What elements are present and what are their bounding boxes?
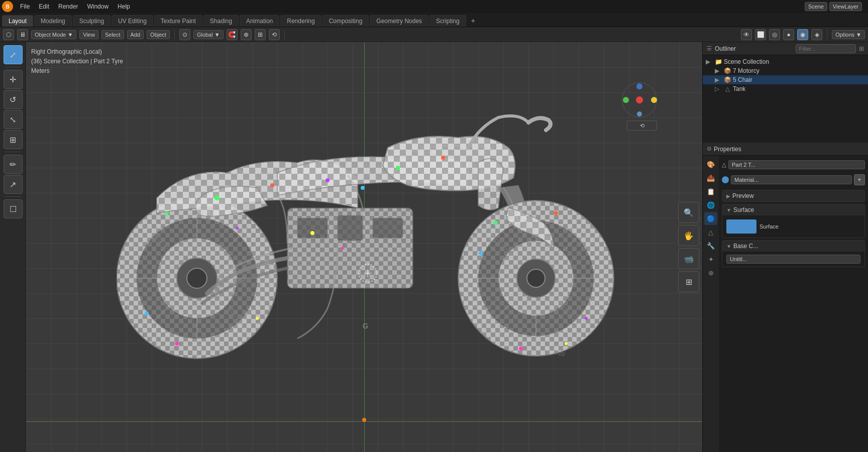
tab-compositing[interactable]: Compositing bbox=[322, 15, 369, 27]
outliner-item-5chair[interactable]: ▶ 📦 5 Chair bbox=[703, 75, 868, 84]
surface-color-swatch[interactable] bbox=[726, 219, 756, 234]
viewport-search-btn[interactable]: 🔍 bbox=[678, 202, 699, 223]
tab-geometry-nodes[interactable]: Geometry Nodes bbox=[370, 15, 428, 27]
tab-modeling[interactable]: Modeling bbox=[34, 15, 72, 27]
tab-layout[interactable]: Layout bbox=[2, 15, 33, 27]
tab-rendering[interactable]: Rendering bbox=[280, 15, 321, 27]
rotate-tool-btn[interactable]: ↺ bbox=[4, 90, 23, 109]
tab-animation[interactable]: Animation bbox=[240, 15, 279, 27]
outliner-filter-btn[interactable]: ⊞ bbox=[859, 45, 864, 52]
base-color-field[interactable]: Untitl... bbox=[726, 255, 860, 264]
viewport-gizmo[interactable]: ⟲ bbox=[622, 82, 662, 163]
menu-render[interactable]: Render bbox=[54, 2, 82, 11]
snap-btn2[interactable]: ⊞ bbox=[255, 29, 266, 40]
prop-physics-icon[interactable]: ⊕ bbox=[704, 266, 717, 279]
outliner-collection-icon: 📁 bbox=[714, 58, 723, 65]
gizmo-perspective-btn[interactable]: ⟲ bbox=[627, 121, 657, 131]
gizmo-z-bottom[interactable] bbox=[637, 111, 642, 117]
add-menu[interactable]: Add bbox=[127, 30, 144, 39]
annotate-tool-btn[interactable]: ✏ bbox=[4, 155, 23, 174]
transform-snap-btn[interactable]: 🧲 bbox=[227, 29, 238, 40]
svg-point-24 bbox=[145, 311, 149, 315]
header-toolbar: ⬡ 🖥 Object Mode ▼ View Select Add Object… bbox=[0, 27, 868, 42]
units-label: Meters bbox=[31, 66, 123, 76]
prop-particles-icon[interactable]: ✦ bbox=[704, 253, 717, 266]
menu-file[interactable]: File bbox=[16, 2, 34, 11]
show-gizmo-btn[interactable]: ⟲ bbox=[269, 29, 280, 40]
select-menu[interactable]: Select bbox=[101, 30, 124, 39]
prop-view-icon[interactable]: 📋 bbox=[704, 185, 717, 198]
material-add-btn[interactable]: + bbox=[854, 174, 865, 185]
separator-2 bbox=[284, 30, 285, 40]
prop-output-icon[interactable]: 📤 bbox=[704, 171, 717, 184]
object-mode-dropdown[interactable]: Object Mode ▼ bbox=[31, 30, 76, 39]
outliner-item-7motorcy[interactable]: ▶ 📦 7 Motorcy bbox=[703, 66, 868, 75]
object-name-field[interactable]: Part 2 T... bbox=[728, 160, 865, 169]
prop-render-icon[interactable]: 🎨 bbox=[704, 158, 717, 171]
prop-modifier-icon[interactable]: 🔧 bbox=[704, 239, 717, 252]
outliner-scene-label: Scene Collection bbox=[724, 58, 769, 65]
viewport-grab-btn[interactable]: 🖐 bbox=[678, 225, 699, 246]
svg-point-23 bbox=[236, 227, 239, 230]
measure-tool-btn[interactable]: ↗ bbox=[4, 175, 23, 194]
scale-tool-btn[interactable]: ⤡ bbox=[4, 110, 23, 129]
overlay-btn[interactable]: 👁 bbox=[741, 29, 752, 40]
base-color-section: ▼ Base C... Untitl... bbox=[722, 240, 865, 267]
options-btn[interactable]: Options ▼ bbox=[832, 30, 865, 39]
viewport-material[interactable]: ◉ bbox=[797, 29, 808, 40]
base-color-content: Untitl... bbox=[722, 252, 864, 267]
move-tool-btn[interactable]: ✛ bbox=[4, 70, 23, 89]
motorcycle-model: G 1-20 1-20 bbox=[117, 107, 619, 389]
proportional-edit-btn[interactable]: ⊕ bbox=[241, 29, 252, 40]
properties-title: Properties bbox=[714, 146, 741, 153]
properties-main-content: △ Part 2 T... Material... + ▶ Preview bbox=[719, 156, 868, 452]
menu-edit[interactable]: Edit bbox=[35, 2, 53, 11]
add-workspace-tab[interactable]: + bbox=[467, 15, 479, 27]
outliner-search-input[interactable] bbox=[796, 44, 856, 53]
transform-tool-btn[interactable]: ⊞ bbox=[4, 130, 23, 149]
viewport-wire[interactable]: ◎ bbox=[769, 29, 780, 40]
viewport-grid-btn[interactable]: ⊞ bbox=[678, 271, 699, 292]
outliner-scene-collection[interactable]: ▶ 📁 Scene Collection bbox=[703, 57, 868, 66]
gizmo-z-top[interactable] bbox=[636, 83, 642, 89]
outliner-item-tank[interactable]: ▷ △ Tank bbox=[703, 84, 868, 93]
prop-material-side-icon[interactable]: 🔵 bbox=[704, 212, 717, 225]
tab-uv-editing[interactable]: UV Editing bbox=[112, 15, 153, 27]
prop-icon-strip: 🎨 📤 📋 🌐 🔵 △ 🔧 ✦ ⊕ bbox=[703, 156, 719, 452]
gizmo-x-left[interactable] bbox=[623, 97, 629, 103]
base-color-header[interactable]: ▼ Base C... bbox=[722, 241, 864, 252]
preview-header[interactable]: ▶ Preview bbox=[722, 190, 864, 201]
select-tool-btn[interactable]: ⤢ bbox=[4, 45, 23, 64]
prop-scene-icon[interactable]: 🌐 bbox=[704, 198, 717, 211]
editor-type-btn[interactable]: 🖥 bbox=[17, 29, 28, 40]
viewport-camera-btn[interactable]: 📹 bbox=[678, 248, 699, 269]
scene-selector[interactable]: Scene bbox=[805, 2, 827, 11]
view-menu[interactable]: View bbox=[79, 30, 98, 39]
svg-text:G: G bbox=[363, 322, 368, 330]
svg-point-48 bbox=[565, 342, 568, 345]
view-type-label: Right Orthographic (Local) bbox=[31, 47, 123, 57]
viewport-render[interactable]: ◈ bbox=[811, 29, 822, 40]
pivot-point-btn[interactable]: ⊙ bbox=[179, 29, 190, 40]
menu-help[interactable]: Help bbox=[114, 2, 134, 11]
svg-point-46 bbox=[585, 317, 588, 320]
svg-point-35 bbox=[527, 269, 545, 287]
surface-header[interactable]: ▼ Surface bbox=[722, 204, 864, 215]
add-cube-btn[interactable]: ☐ bbox=[4, 199, 23, 218]
gizmo-y-right[interactable] bbox=[651, 97, 657, 103]
xray-btn[interactable]: ⬜ bbox=[755, 29, 766, 40]
tab-sculpting[interactable]: Sculpting bbox=[73, 15, 111, 27]
menu-window[interactable]: Window bbox=[83, 2, 113, 11]
material-name-field[interactable]: Material... bbox=[731, 175, 852, 184]
tab-texture-paint[interactable]: Texture Paint bbox=[154, 15, 202, 27]
tab-scripting[interactable]: Scripting bbox=[429, 15, 466, 27]
object-menu[interactable]: Object bbox=[147, 30, 170, 39]
viewport-solid[interactable]: ● bbox=[783, 29, 794, 40]
viewport[interactable]: Right Orthographic (Local) (36) Scene Co… bbox=[26, 42, 702, 452]
prop-object-data-icon[interactable]: △ bbox=[704, 225, 717, 239]
surface-color-row: Surface bbox=[726, 218, 860, 235]
view-layer-selector[interactable]: ViewLayer bbox=[829, 2, 862, 11]
transform-global[interactable]: Global ▼ bbox=[193, 30, 224, 39]
tab-shading[interactable]: Shading bbox=[203, 15, 239, 27]
gizmo-center[interactable] bbox=[636, 96, 643, 103]
